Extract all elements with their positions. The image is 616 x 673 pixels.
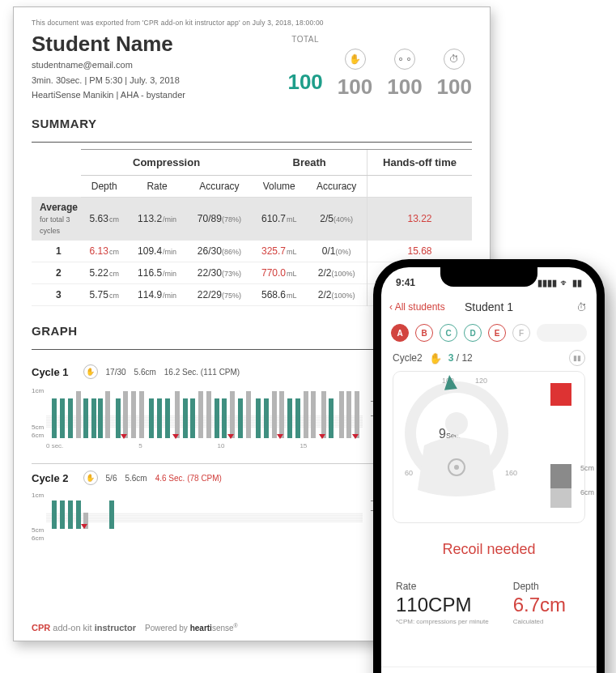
brand-line: CPR add-on kit instructor Powered by hea…	[32, 623, 238, 633]
status-icons: ▮▮▮▮ ᯤ ▮▮	[537, 278, 582, 288]
x-tick: 10	[218, 442, 225, 455]
avg-label: Average	[40, 202, 78, 213]
hand-icon: ✋	[429, 352, 442, 364]
score-strip: TOTAL 100 ✋ 100 ⚬⚬ 100 ⏱ 100	[287, 35, 472, 100]
tab-data[interactable]: 👥 Data	[489, 667, 543, 673]
count-total: / 12	[453, 352, 472, 364]
cell-value: 26/30	[198, 245, 222, 257]
device-line: HeartiSense Manikin | AHA - bystander	[32, 88, 185, 102]
cycle2-comp-acc: 5/6	[106, 474, 117, 483]
signal-icon: ▮▮▮▮	[537, 278, 557, 288]
score-breath-value: 100	[387, 75, 422, 100]
cell-hands-off: 13.22	[367, 197, 472, 241]
battery-icon: ▮▮	[572, 278, 582, 288]
timer-icon[interactable]: ⏱	[576, 301, 587, 313]
app-title: Student 1	[465, 300, 513, 313]
cycle2-time: 4.6 Sec. (78 CPM)	[155, 474, 222, 483]
cell-value: 22/30	[198, 267, 222, 279]
report-header: Student Name studentname@email.com 3min.…	[32, 32, 472, 102]
pill-f[interactable]: F	[512, 324, 530, 342]
tab-settings[interactable]: ⚙ Settings	[543, 667, 597, 673]
back-button[interactable]: ‹ All students	[389, 301, 445, 313]
cell-value: 114.9	[138, 289, 162, 300]
col-accuracy-c: Accuracy	[187, 175, 253, 197]
col-compression: Compression	[81, 149, 252, 175]
y-axis-label: 5cm	[32, 526, 44, 534]
cycle-label: Cycle2	[393, 352, 423, 364]
y-axis-label: 1cm	[32, 387, 44, 394]
depth-metric: Depth 6.7cm Calculated	[513, 581, 566, 625]
cell-value: 325.7	[261, 245, 286, 257]
rate-sub: *CPM: compressions per minute	[396, 618, 489, 625]
torso-icon	[408, 409, 505, 496]
tab-bar: 🫀 Training 🔗 Link 👥 Data ⚙ Settings	[381, 667, 597, 673]
gauge-tick: 120	[475, 377, 487, 385]
rate-metric: Rate 110CPM *CPM: compressions per minut…	[396, 581, 489, 625]
svg-point-0	[445, 412, 468, 435]
y-axis-label: 5cm	[32, 424, 44, 431]
tab-training[interactable]: 🫀 Training	[381, 667, 435, 673]
summary-title: SUMMARY	[32, 117, 472, 130]
cycle-number: 2	[32, 262, 81, 284]
pill-b[interactable]: B	[415, 324, 433, 342]
cycle-number: 1	[32, 241, 81, 262]
cell-value: 5.63	[90, 213, 108, 224]
pill-c[interactable]: C	[440, 324, 457, 342]
cell-value: 2/5	[320, 213, 333, 224]
cycle2-depth: 5.6cm	[125, 474, 147, 483]
cell-value: 116.5	[138, 267, 162, 279]
score-compression-value: 100	[338, 75, 372, 100]
score-timer: ⏱ 100	[437, 35, 472, 100]
cell-value: 770.0	[261, 267, 286, 279]
pill-overflow	[537, 324, 587, 342]
cycle1-depth: 5.6cm	[134, 368, 156, 377]
depth-bar: 5cm 6cm	[550, 383, 571, 511]
avg-sublabel: for total 3 cycles	[40, 215, 70, 235]
gauge-needle	[443, 374, 457, 390]
status-time: 9:41	[396, 277, 415, 288]
depth-6cm-label: 6cm	[580, 488, 594, 496]
session-time-line: 3min. 30sec. | PM 5:30 | July. 3, 2018	[32, 74, 185, 87]
depth-label: Depth	[513, 581, 566, 592]
cell-value: 5.75	[90, 289, 108, 300]
score-total-label: TOTAL	[287, 35, 322, 44]
pill-a[interactable]: A	[391, 324, 409, 342]
pill-e[interactable]: E	[488, 324, 506, 342]
pill-d[interactable]: D	[464, 324, 482, 342]
col-rate: Rate	[128, 175, 187, 197]
score-breath: ⚬⚬ 100	[387, 35, 422, 100]
live-panel: 100 120 60 160 9Sec. 5c	[393, 371, 585, 523]
score-total: TOTAL 100	[287, 35, 322, 95]
score-timer-value: 100	[437, 75, 472, 100]
cell-value: 568.6	[261, 289, 286, 300]
col-volume: Volume	[252, 175, 306, 197]
cell-value: 113.2	[138, 213, 162, 224]
phone-notch	[440, 267, 537, 287]
cycle1-comp-acc: 17/30	[106, 368, 126, 377]
rate-label: Rate	[396, 581, 489, 592]
student-email: studentname@email.com	[32, 58, 185, 72]
x-tick: 15	[300, 442, 307, 455]
cycle2-title: Cycle 2	[32, 472, 69, 484]
cycle-indicator-row: Cycle2 ✋ 3 / 12 ▮▮	[381, 350, 597, 371]
student-pills: A B C D E F	[381, 319, 597, 350]
score-total-value: 100	[287, 70, 322, 95]
cycle1-title: Cycle 1	[32, 366, 69, 378]
cell-value: 2/2	[318, 267, 332, 279]
compression-bars	[46, 384, 363, 441]
cycle-number: 3	[32, 284, 81, 306]
lungs-icon: ⚬⚬	[394, 49, 415, 70]
depth-sub: Calculated	[513, 618, 566, 625]
cell-value: 0/1	[322, 245, 336, 257]
depth-value: 6.7cm	[513, 594, 566, 616]
x-tick: 5	[138, 442, 142, 455]
cycle1-time: 16.2 Sec. (111 CPM)	[164, 368, 240, 377]
x-tick: 0 sec.	[46, 442, 63, 455]
svg-point-2	[454, 465, 459, 470]
y-axis-label: 6cm	[32, 432, 44, 439]
y-axis-label: 6cm	[32, 535, 44, 542]
pause-button[interactable]: ▮▮	[569, 350, 585, 366]
divider	[32, 142, 472, 143]
tab-link[interactable]: 🔗 Link	[435, 667, 490, 673]
cell-value: 610.7	[261, 213, 286, 224]
